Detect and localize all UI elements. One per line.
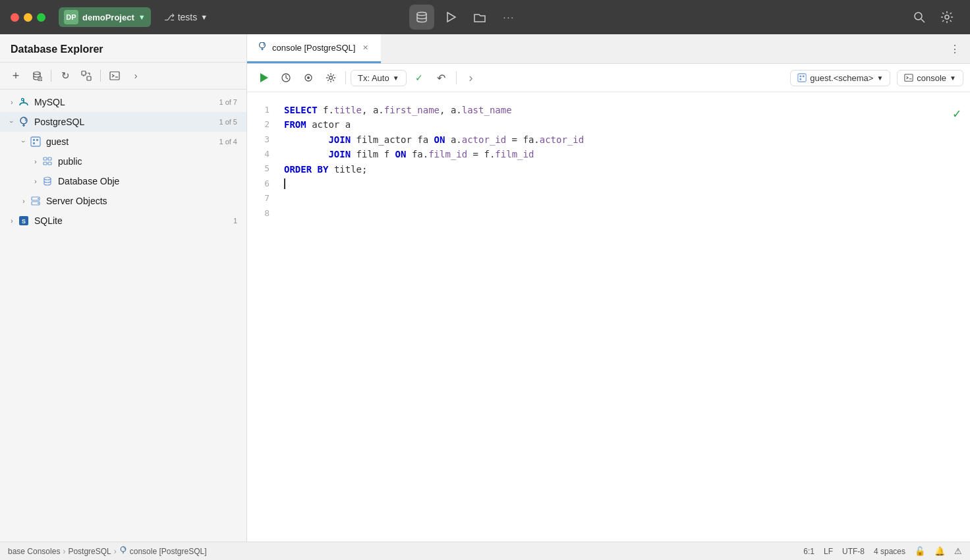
datasource-properties-button[interactable]: ⚙ <box>28 67 46 85</box>
warning-icon[interactable]: ⚠ <box>954 546 962 556</box>
console-tab[interactable]: console [PostgreSQL] ✕ <box>247 34 381 63</box>
code-editor[interactable]: 1 2 3 4 5 6 7 8 SELECT f. title , a. fir… <box>247 92 970 542</box>
arrow-right-button[interactable]: › <box>461 68 481 88</box>
server-icon <box>29 194 42 208</box>
code-line-7 <box>284 191 970 206</box>
svg-rect-35 <box>800 76 802 78</box>
bell-icon[interactable]: 🔔 <box>934 546 945 556</box>
tree-item-sqlite[interactable]: › S SQLite 1 <box>0 211 246 231</box>
public-icon <box>41 155 54 168</box>
sqlite-icon: S <box>17 214 30 227</box>
mysql-label: MySQL <box>34 97 216 107</box>
mysql-badge: 1 of 7 <box>216 98 240 107</box>
svg-rect-20 <box>48 162 51 165</box>
svg-rect-19 <box>43 162 47 165</box>
schema-icon <box>29 135 42 148</box>
postgresql-icon <box>17 115 30 128</box>
tree: › MySQL 1 of 7 › <box>0 90 246 542</box>
svg-line-3 <box>921 19 925 22</box>
svg-rect-8 <box>82 71 86 75</box>
breadcrumb-sep-1: › <box>63 547 65 556</box>
branch-icon: ⎇ <box>164 12 175 22</box>
more-options-button[interactable]: › <box>127 67 145 85</box>
query-history-button[interactable] <box>276 68 296 88</box>
svg-marker-1 <box>447 13 455 22</box>
folder-nav-icon[interactable] <box>467 5 492 30</box>
titlebar-right <box>907 5 959 30</box>
svg-point-25 <box>38 203 39 204</box>
sync-schemas-button[interactable] <box>77 67 96 85</box>
pin-button[interactable] <box>299 68 318 88</box>
run-nav-icon[interactable] <box>438 5 463 30</box>
svg-rect-34 <box>798 74 806 82</box>
statusbar-right: 6:1 LF UTF-8 4 spaces 🔓 🔔 ⚠ <box>803 546 962 556</box>
svg-point-2 <box>915 13 922 20</box>
breadcrumb-sep-2: › <box>114 547 117 556</box>
search-button[interactable] <box>907 5 932 30</box>
commit-button[interactable]: ✓ <box>409 68 429 88</box>
server-objects-chevron: › <box>18 196 29 206</box>
guest-badge: 1 of 4 <box>216 137 240 146</box>
transaction-dropdown[interactable]: Tx: Auto ▼ <box>351 70 407 86</box>
project-badge[interactable]: DP demoProject ▼ <box>59 7 151 27</box>
line-numbers: 1 2 3 4 5 6 7 8 <box>247 92 279 542</box>
query-settings-button[interactable] <box>321 68 341 88</box>
add-datasource-button[interactable]: + <box>7 67 25 85</box>
col-actor-id-1: actor_id <box>462 132 506 147</box>
tree-item-mysql[interactable]: › MySQL 1 of 7 <box>0 92 246 112</box>
indent: 4 spaces <box>874 547 905 556</box>
db-objects-chevron: › <box>30 176 41 186</box>
schema-selector[interactable]: guest.<schema> ▼ <box>790 70 890 86</box>
col-last-name: last_name <box>462 103 512 117</box>
statusbar-breadcrumb: base Consoles › PostgreSQL › console [Po… <box>8 546 207 556</box>
code-line-6 <box>284 177 970 191</box>
project-badge-icon: DP <box>64 10 78 24</box>
postgresql-chevron: › <box>7 117 17 127</box>
sidebar: Database Explorer + ⚙ ↻ <box>0 34 247 542</box>
branch-name: tests <box>178 12 198 22</box>
sqlite-chevron: › <box>7 215 17 226</box>
line-num-2: 2 <box>247 117 279 132</box>
keyword-by: BY <box>318 162 329 177</box>
tab-bar-right: ⋮ <box>946 34 970 63</box>
console-selector[interactable]: console ▼ <box>897 70 963 86</box>
database-nav-icon[interactable] <box>409 5 434 30</box>
minimize-button[interactable] <box>24 13 32 22</box>
refresh-button[interactable]: ↻ <box>56 67 74 85</box>
svg-point-21 <box>44 177 51 180</box>
open-console-button[interactable] <box>105 67 124 85</box>
run-query-button[interactable] <box>254 68 273 88</box>
sidebar-header: Database Explorer <box>0 34 246 63</box>
maximize-button[interactable] <box>37 13 45 22</box>
db-objects-icon <box>41 175 54 188</box>
close-button[interactable] <box>11 13 19 22</box>
console-tab-icon <box>258 42 267 53</box>
code-space: f. <box>318 103 334 117</box>
tree-item-database-objects[interactable]: › Database Obje <box>0 171 246 191</box>
sqlite-badge: 1 <box>231 216 240 225</box>
svg-point-5 <box>34 72 40 74</box>
svg-rect-36 <box>803 76 805 78</box>
project-name: demoProject <box>82 13 134 22</box>
svg-text:S: S <box>22 218 26 225</box>
more-nav-icon[interactable]: ··· <box>496 5 521 30</box>
settings-button[interactable] <box>934 5 959 30</box>
tab-more-button[interactable]: ⋮ <box>946 40 963 57</box>
tab-close-button[interactable]: ✕ <box>360 43 370 53</box>
status-pg-icon <box>119 546 127 556</box>
tree-item-postgresql[interactable]: › PostgreSQL 1 of 5 <box>0 112 246 132</box>
tree-item-guest[interactable]: › guest 1 of 4 <box>0 132 246 152</box>
branch-selector[interactable]: ⎇ tests ▼ <box>159 9 213 25</box>
keyword-from: FROM <box>284 117 306 132</box>
svg-rect-13 <box>31 137 40 146</box>
tree-item-public[interactable]: › public <box>0 152 246 171</box>
svg-marker-29 <box>260 73 268 82</box>
traffic-lights <box>11 13 45 22</box>
code-line-2: FROM actor a <box>284 117 970 132</box>
tree-item-server-objects[interactable]: › Server Objects <box>0 191 246 211</box>
tab-bar: console [PostgreSQL] ✕ ⋮ <box>247 34 970 64</box>
encoding: UTF-8 <box>842 547 865 556</box>
lock-icon[interactable]: 🔓 <box>915 546 925 556</box>
code-area[interactable]: SELECT f. title , a. first_name , a. las… <box>279 92 970 542</box>
undo-button[interactable]: ↶ <box>432 68 451 88</box>
